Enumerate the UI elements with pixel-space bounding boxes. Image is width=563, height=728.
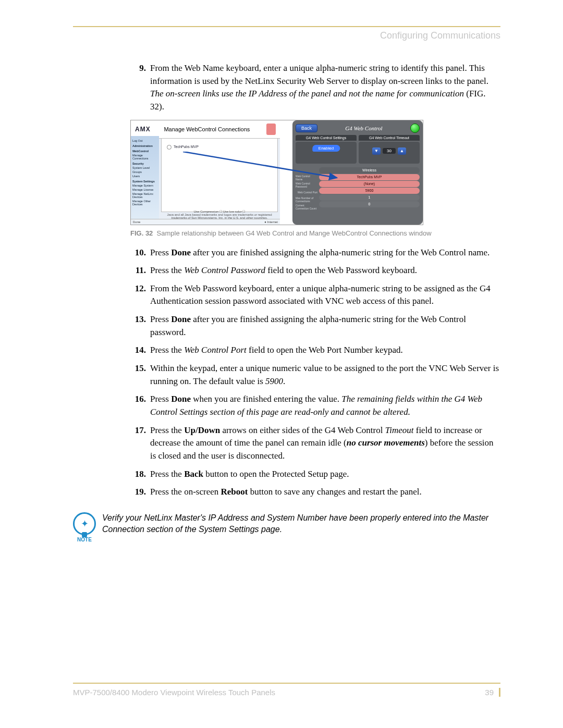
g4-body: Enabled ▼ 30 ▲: [296, 142, 420, 164]
note-block: ✦ NOTE Verify your NetLinx Master's IP A…: [73, 512, 500, 542]
sidebar-item: Manage Connections: [132, 154, 157, 160]
status-bar: Done ● Internet: [131, 219, 280, 225]
window-main: TechPubs MVP: [161, 138, 278, 212]
step-list-cont: 10.Press Done after you are finished ass…: [130, 246, 500, 499]
sidebar-heading: System Settings: [132, 180, 157, 183]
compress-row: Use Compression ☐ Use low color ☐: [161, 209, 278, 213]
sidebar-item: Groups: [132, 170, 157, 174]
step-9: 9. From the Web Name keyboard, enter a u…: [130, 62, 500, 114]
row-port: 5900: [319, 188, 420, 194]
note-icon-col: ✦ NOTE: [73, 512, 96, 542]
sidebar-item: System Level: [132, 166, 157, 169]
t: .: [283, 376, 285, 386]
step-11: 11.Press the Web Control Password field …: [130, 264, 500, 277]
row-max: 1: [319, 194, 420, 201]
figure-32: AMX Manage WebControl Connections Log Ou…: [130, 120, 423, 225]
step-text: Press the Up/Down arrows on either sides…: [150, 424, 500, 463]
tab-timeout: G4 Web Control Timeout: [359, 135, 420, 141]
step-number: 14.: [130, 344, 146, 357]
t: Press: [150, 248, 171, 257]
sidebar-item: Manage License: [132, 188, 157, 191]
g4-fields: Web Control Name Web Control Password We…: [296, 167, 420, 211]
step-number: 9.: [130, 62, 146, 114]
lbl: Max Number of Connections: [296, 196, 319, 203]
webcontrol-window: AMX Manage WebControl Connections Log Ou…: [131, 120, 280, 225]
t: after you are finished assigning the alp…: [150, 314, 466, 337]
lightbulb-icon: ✦: [73, 512, 96, 535]
footer-doc-title: MVP-7500/8400 Modero Viewpoint Wireless …: [73, 688, 275, 697]
t: button to save any changes and restart t…: [248, 487, 421, 497]
sidebar: Log Out Administration WebControl Manage…: [131, 136, 159, 219]
t: after you are finished assigning the alp…: [191, 248, 489, 257]
sidebar-item: Log Out: [132, 139, 157, 142]
t: Press the: [150, 469, 184, 479]
down-button[interactable]: ▼: [372, 147, 381, 155]
step-text: Within the keypad, enter a unique numeri…: [150, 362, 500, 388]
sidebar-item: Users: [132, 175, 157, 178]
page-body: Configuring Communications 9. From the W…: [0, 0, 563, 542]
t: field to open the Web Port Number keypad…: [247, 345, 403, 355]
t: button to open the Protected Setup page.: [203, 469, 349, 479]
enabled-button[interactable]: Enabled: [312, 145, 340, 152]
row-wireless: Wireless: [319, 167, 420, 174]
t: Press the: [150, 425, 184, 435]
note-text: Verify your NetLinx Master's IP Address …: [102, 512, 500, 536]
window-title: Manage WebControl Connections: [151, 126, 263, 132]
step-text: From the Web Name keyboard, enter a uniq…: [150, 62, 500, 114]
lbl: Web Control Port: [296, 189, 319, 196]
sidebar-item: Manage System: [132, 184, 157, 187]
step-list: 9. From the Web Name keyboard, enter a u…: [130, 62, 500, 114]
t-italic: Timeout: [385, 425, 414, 435]
back-button[interactable]: Back: [296, 124, 317, 132]
g4-header: Back G4 Web Control: [296, 124, 420, 133]
lbl: Web Control Password: [296, 181, 319, 189]
lbl: Web Control Name: [296, 174, 319, 181]
step-13: 13.Press Done after you are finished ass…: [130, 313, 500, 339]
t: Press the: [150, 345, 184, 355]
panel-radio: TechPubs MVP: [167, 145, 272, 150]
t: Within the keypad, enter a unique numeri…: [150, 363, 499, 386]
g4-tabs: G4 Web Control Settings G4 Web Control T…: [296, 135, 420, 141]
sidebar-item: Manage NetLinx Devices: [132, 192, 157, 199]
step-number: 13.: [130, 313, 146, 339]
step-number: 17.: [130, 424, 146, 463]
t-bold: Done: [171, 314, 191, 324]
step-14: 14.Press the Web Control Port field to o…: [130, 344, 500, 357]
g4-panel: Back G4 Web Control G4 Web Control Setti…: [292, 120, 423, 225]
g4-settings-col: Enabled: [296, 142, 357, 164]
t-bold: Back: [184, 469, 203, 479]
step-text: Press Done after you are finished assign…: [150, 246, 489, 260]
step-text: From the Web Password keyboard, enter a …: [150, 282, 500, 308]
section-title: Configuring Communications: [73, 30, 500, 41]
field-labels: Web Control Name Web Control Password We…: [296, 167, 319, 211]
amx-logo: AMX: [135, 126, 151, 133]
step-text: Press Done after you are finished assign…: [150, 313, 500, 339]
step-number: 12.: [130, 282, 146, 308]
t: Press: [150, 394, 171, 404]
t-bold: Done: [171, 248, 191, 257]
row-count: 0: [319, 201, 420, 207]
t: Press: [150, 314, 171, 324]
timeout-value: 30: [383, 148, 396, 154]
step-number: 18.: [130, 468, 146, 481]
header-rule: [73, 26, 500, 27]
window-bottom: Use Compression ☐ Use low color ☐ Java a…: [161, 209, 278, 219]
up-button[interactable]: ▲: [398, 147, 406, 155]
t-italic: The on-screen links use the IP Address o…: [150, 89, 464, 98]
lbl: [296, 167, 319, 174]
figure-caption: FIG. 32 Sample relationship between G4 W…: [130, 229, 500, 237]
t: arrows on either sides of the G4 Web Con…: [220, 425, 385, 435]
lbl: Current Connection Count: [296, 203, 319, 211]
step-19: 19.Press the on-screen Reboot button to …: [130, 486, 500, 499]
field-values: Wireless TechPubs MVP (None) 5900 1 0: [319, 167, 420, 211]
step-number: 16.: [130, 393, 146, 418]
t: Press the: [150, 265, 184, 275]
page-footer: MVP-7500/8400 Modero Viewpoint Wireless …: [73, 683, 500, 697]
t-bold: Reboot: [221, 487, 248, 497]
step-number: 15.: [130, 362, 146, 388]
step-10: 10.Press Done after you are finished ass…: [130, 246, 500, 260]
sidebar-heading: Administration: [132, 144, 157, 147]
t: From the Web Name keyboard, enter a uniq…: [150, 63, 488, 86]
step-text: Press the Web Control Password field to …: [150, 264, 417, 277]
step-number: 19.: [130, 486, 146, 499]
